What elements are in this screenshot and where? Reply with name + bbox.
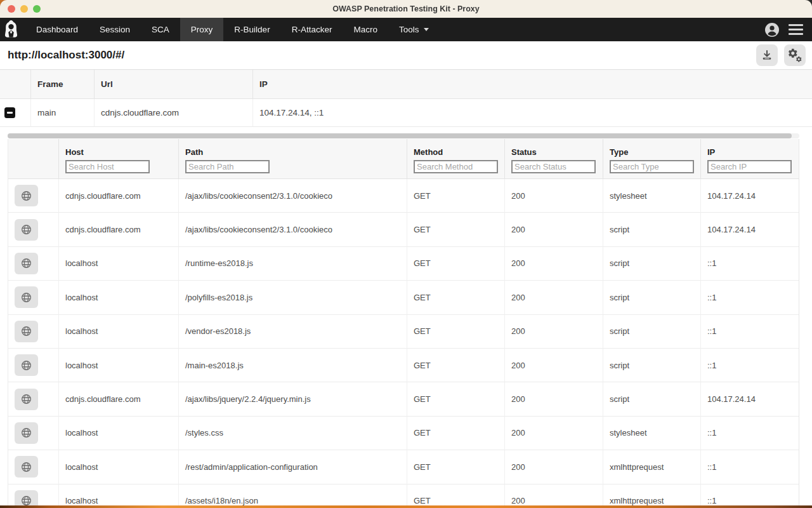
column-label-method: Method bbox=[414, 147, 498, 157]
request-row[interactable]: localhost /assets/i18n/en.json GET 200 x… bbox=[8, 485, 799, 508]
close-window-button[interactable] bbox=[8, 5, 15, 13]
download-icon bbox=[761, 49, 773, 62]
nav-item-macro[interactable]: Macro bbox=[343, 18, 388, 41]
request-host: localhost bbox=[59, 349, 179, 382]
request-method: GET bbox=[407, 315, 505, 349]
column-label-ip: IP bbox=[707, 147, 792, 157]
search-method-input[interactable] bbox=[414, 160, 498, 173]
user-avatar-icon[interactable] bbox=[764, 22, 780, 37]
nav-item-dashboard[interactable]: Dashboard bbox=[25, 18, 89, 41]
request-host: localhost bbox=[59, 281, 179, 314]
nav-item-label: R-Builder bbox=[234, 25, 270, 34]
request-row[interactable]: localhost /styles.css GET 200 stylesheet… bbox=[8, 417, 799, 450]
request-method: GET bbox=[407, 281, 505, 314]
globe-icon bbox=[20, 393, 32, 405]
download-button[interactable] bbox=[756, 44, 778, 66]
open-request-button[interactable] bbox=[15, 389, 38, 410]
nav-item-label: Tools bbox=[399, 25, 419, 34]
horizontal-scrollbar-thumb[interactable] bbox=[8, 133, 792, 138]
request-table-body: cdnjs.cloudflare.com /ajax/libs/cookieco… bbox=[8, 179, 799, 508]
request-type: script bbox=[603, 315, 701, 349]
url-toolbar: http://localhost:3000/#/ bbox=[0, 41, 812, 70]
search-path-input[interactable] bbox=[185, 160, 270, 173]
search-status-input[interactable] bbox=[511, 160, 596, 173]
frame-ip: 104.17.24.14, ::1 bbox=[253, 99, 812, 127]
minimize-window-button[interactable] bbox=[20, 5, 28, 13]
request-ip: ::1 bbox=[701, 247, 799, 281]
request-row[interactable]: localhost /vendor-es2018.js GET 200 scri… bbox=[8, 315, 799, 349]
request-row[interactable]: cdnjs.cloudflare.com /ajax/libs/cookieco… bbox=[8, 213, 799, 246]
request-host: cdnjs.cloudflare.com bbox=[59, 213, 179, 246]
request-row[interactable]: localhost /rest/admin/application-config… bbox=[8, 450, 799, 484]
app-navbar: Dashboard Session SCA Proxy R-Builder R-… bbox=[0, 18, 812, 41]
chevron-down-icon bbox=[424, 28, 429, 31]
request-ip: ::1 bbox=[701, 485, 799, 508]
open-request-button[interactable] bbox=[15, 219, 38, 241]
nav-item-session[interactable]: Session bbox=[89, 18, 141, 41]
search-ip-input[interactable] bbox=[707, 160, 792, 173]
request-row[interactable]: cdnjs.cloudflare.com /ajax/libs/cookieco… bbox=[8, 179, 799, 213]
collapse-frame-button[interactable] bbox=[4, 107, 15, 118]
request-status: 200 bbox=[505, 417, 603, 450]
request-type: script bbox=[603, 213, 701, 246]
request-table-header: Host Path Method Status Type IP bbox=[8, 139, 799, 179]
globe-icon bbox=[20, 190, 32, 202]
request-ip: ::1 bbox=[701, 281, 799, 314]
nav-item-label: Dashboard bbox=[36, 25, 78, 34]
request-row[interactable]: cdnjs.cloudflare.com /ajax/libs/jquery/2… bbox=[8, 382, 799, 416]
request-type: script bbox=[603, 281, 701, 314]
request-status: 200 bbox=[505, 247, 603, 281]
request-host: cdnjs.cloudflare.com bbox=[59, 179, 179, 213]
globe-icon bbox=[20, 427, 32, 439]
request-row[interactable]: localhost /main-es2018.js GET 200 script… bbox=[8, 349, 799, 382]
request-type: stylesheet bbox=[603, 417, 701, 450]
nav-item-r-builder[interactable]: R-Builder bbox=[223, 18, 280, 41]
open-request-button[interactable] bbox=[15, 286, 38, 308]
request-path: /ajax/libs/jquery/2.2.4/jquery.min.js bbox=[179, 382, 407, 416]
search-host-input[interactable] bbox=[65, 160, 150, 173]
frame-header-ip: IP bbox=[253, 70, 812, 99]
menu-icon[interactable] bbox=[789, 24, 803, 35]
request-status: 200 bbox=[505, 450, 603, 484]
gears-icon bbox=[788, 48, 802, 63]
background-page-strip bbox=[0, 505, 812, 508]
titlebar: OWASP Penetration Testing Kit - Proxy bbox=[0, 0, 812, 18]
open-request-button[interactable] bbox=[15, 253, 38, 274]
open-request-button[interactable] bbox=[15, 185, 38, 206]
request-method: GET bbox=[407, 213, 505, 246]
zoom-window-button[interactable] bbox=[33, 5, 41, 13]
request-host: localhost bbox=[59, 450, 179, 484]
open-request-button[interactable] bbox=[15, 456, 38, 478]
globe-icon bbox=[20, 291, 32, 304]
proxy-settings-button[interactable] bbox=[784, 44, 806, 66]
nav-item-r-attacker[interactable]: R-Attacker bbox=[281, 18, 343, 41]
open-request-button[interactable] bbox=[15, 354, 38, 376]
request-status: 200 bbox=[505, 179, 603, 213]
request-host: localhost bbox=[59, 247, 179, 281]
nav-item-label: Proxy bbox=[191, 25, 213, 34]
request-method: GET bbox=[407, 349, 505, 382]
nav-item-label: Session bbox=[100, 25, 130, 34]
request-method: GET bbox=[407, 382, 505, 416]
request-path: /main-es2018.js bbox=[179, 349, 407, 382]
globe-icon bbox=[20, 325, 32, 337]
search-type-input[interactable] bbox=[610, 160, 694, 173]
frame-header-url: Url bbox=[95, 70, 253, 99]
request-path: /assets/i18n/en.json bbox=[179, 485, 407, 508]
frame-row: main cdnjs.cloudflare.com 104.17.24.14, … bbox=[0, 99, 812, 127]
frame-table: Frame Url IP main cdnjs.cloudflare.com 1… bbox=[0, 70, 812, 127]
request-path: /polyfills-es2018.js bbox=[179, 281, 407, 314]
nav-item-proxy[interactable]: Proxy bbox=[180, 18, 224, 41]
request-ip: ::1 bbox=[701, 450, 799, 484]
nav-item-sca[interactable]: SCA bbox=[141, 18, 180, 41]
request-status: 200 bbox=[505, 213, 603, 246]
nav-item-tools[interactable]: Tools bbox=[388, 18, 440, 41]
request-row[interactable]: localhost /polyfills-es2018.js GET 200 s… bbox=[8, 281, 799, 314]
request-path: /ajax/libs/cookieconsent2/3.1.0/cookieco bbox=[179, 179, 407, 213]
owasp-ptk-logo-icon bbox=[0, 18, 25, 41]
open-request-button[interactable] bbox=[15, 422, 38, 444]
open-request-button[interactable] bbox=[15, 321, 38, 342]
traffic-lights bbox=[8, 5, 41, 13]
request-row[interactable]: localhost /runtime-es2018.js GET 200 scr… bbox=[8, 247, 799, 281]
request-path: /vendor-es2018.js bbox=[179, 315, 407, 349]
